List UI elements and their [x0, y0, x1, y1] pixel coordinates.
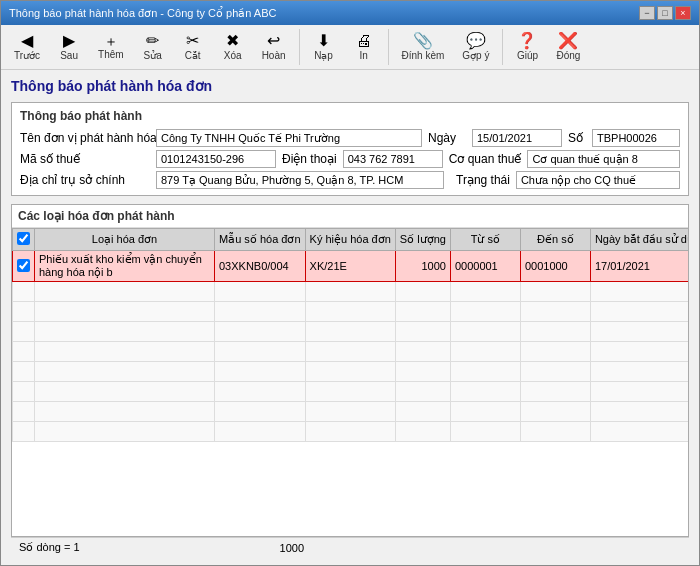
so-dong-label: Số dòng = 1 [19, 541, 80, 554]
forward-label: Sau [60, 50, 78, 61]
dien-thoai-input[interactable] [343, 150, 443, 168]
empty-cell [520, 402, 590, 422]
empty-cell [35, 302, 215, 322]
empty-cell [590, 382, 688, 402]
add-icon: ＋ [104, 34, 118, 48]
empty-cell [35, 402, 215, 422]
ngay-input[interactable] [472, 129, 562, 147]
trang-thai-label: Trạng thái [456, 173, 510, 187]
empty-cell [13, 362, 35, 382]
row-checkbox[interactable] [17, 259, 30, 272]
header-checkbox[interactable] [13, 229, 35, 251]
empty-cell [35, 422, 215, 442]
edit-label: Sửa [144, 50, 162, 61]
window-controls: − □ × [639, 6, 691, 20]
suggest-icon: 💬 [466, 33, 486, 49]
empty-cell [35, 342, 215, 362]
print-button[interactable]: 🖨 In [346, 30, 382, 64]
empty-cell [215, 382, 306, 402]
empty-cell [35, 382, 215, 402]
back-icon: ◀ [21, 33, 33, 49]
notification-section-title: Thông báo phát hành [20, 109, 680, 123]
empty-cell [590, 322, 688, 342]
main-window: Thông báo phát hành hóa đơn - Công ty Cổ… [0, 0, 700, 566]
edit-button[interactable]: ✏ Sửa [135, 30, 171, 64]
header-sl: Số lượng [395, 229, 450, 251]
back-button[interactable]: ◀ Trước [7, 30, 47, 64]
cancel-label: Hoàn [262, 50, 286, 61]
invoice-table-section: Các loại hóa đơn phát hành Loại hóa đơn … [11, 204, 689, 537]
cut-button[interactable]: ✂ Cắt [175, 30, 211, 64]
help-button[interactable]: ❓ Giúp [509, 30, 545, 64]
cancel-button[interactable]: ↩ Hoàn [255, 30, 293, 64]
table-row-empty [13, 302, 689, 322]
empty-cell [13, 382, 35, 402]
table-row[interactable]: Phiếu xuất kho kiểm vận chuyển hàng hóa … [13, 251, 689, 282]
empty-cell [13, 282, 35, 302]
suggest-label: Gợp ý [462, 50, 489, 61]
window-title: Thông báo phát hành hóa đơn - Công ty Cổ… [9, 7, 276, 20]
empty-cell [13, 402, 35, 422]
empty-cell [450, 362, 520, 382]
header-loai: Loại hóa đơn [35, 229, 215, 251]
separator1 [299, 29, 300, 65]
empty-cell [305, 422, 395, 442]
help-label: Giúp [517, 50, 538, 61]
ten-don-vi-input[interactable] [156, 129, 422, 147]
empty-cell [395, 322, 450, 342]
window-close-button[interactable]: × [675, 6, 691, 20]
empty-cell [215, 342, 306, 362]
empty-cell [450, 302, 520, 322]
header-ngay: Ngày bắt đầu sử dụng [590, 229, 688, 251]
maximize-button[interactable]: □ [657, 6, 673, 20]
empty-cell [590, 422, 688, 442]
trang-thai-input[interactable] [516, 171, 680, 189]
ma-so-thue-input[interactable] [156, 150, 276, 168]
toolbar: ◀ Trước ▶ Sau ＋ Thêm ✏ Sửa ✂ Cắt ✖ Xóa ↩… [1, 25, 699, 70]
row-tu: 0000001 [450, 251, 520, 282]
separator3 [502, 29, 503, 65]
row-checkbox-cell[interactable] [13, 251, 35, 282]
row-ky: XK/21E [305, 251, 395, 282]
minimize-button[interactable]: − [639, 6, 655, 20]
header-checkbox-input[interactable] [17, 232, 30, 245]
empty-cell [215, 282, 306, 302]
load-button[interactable]: ⬇ Nạp [306, 30, 342, 64]
empty-cell [215, 422, 306, 442]
close-btn[interactable]: ❌ Đóng [549, 30, 587, 64]
row-sl: 1000 [395, 251, 450, 282]
empty-cell [215, 322, 306, 342]
suggest-button[interactable]: 💬 Gợp ý [455, 30, 496, 64]
table-row-empty [13, 322, 689, 342]
attach-button[interactable]: 📎 Đính kèm [395, 30, 452, 64]
empty-cell [215, 402, 306, 422]
empty-cell [590, 282, 688, 302]
empty-cell [520, 322, 590, 342]
table-container[interactable]: Loại hóa đơn Mẫu số hóa đơn Ký hiệu hóa … [12, 228, 688, 536]
dien-thoai-label: Điện thoại [282, 152, 337, 166]
title-bar: Thông báo phát hành hóa đơn - Công ty Cổ… [1, 1, 699, 25]
so-label: Số [568, 131, 586, 145]
so-input[interactable] [592, 129, 680, 147]
ma-so-thue-label: Mã số thuế [20, 152, 150, 166]
ngay-label: Ngày [428, 131, 466, 145]
invoice-section-title: Các loại hóa đơn phát hành [12, 205, 688, 228]
empty-cell [395, 302, 450, 322]
dia-chi-input[interactable] [156, 171, 444, 189]
row-ngay: 17/01/2021 [590, 251, 688, 282]
delete-button[interactable]: ✖ Xóa [215, 30, 251, 64]
co-quan-thue-input[interactable] [527, 150, 680, 168]
add-button[interactable]: ＋ Thêm [91, 31, 131, 63]
table-row-empty [13, 342, 689, 362]
empty-cell [520, 362, 590, 382]
forward-button[interactable]: ▶ Sau [51, 30, 87, 64]
cancel-icon: ↩ [267, 33, 280, 49]
row-loai: Phiếu xuất kho kiểm vận chuyển hàng hóa … [35, 251, 215, 282]
status-bar: Số dòng = 1 1000 [11, 537, 689, 557]
empty-cell [450, 402, 520, 422]
empty-cell [305, 342, 395, 362]
page-title: Thông báo phát hành hóa đơn [11, 78, 689, 94]
table-row-empty [13, 282, 689, 302]
delete-icon: ✖ [226, 33, 239, 49]
co-quan-thue-label: Cơ quan thuế [449, 152, 522, 166]
